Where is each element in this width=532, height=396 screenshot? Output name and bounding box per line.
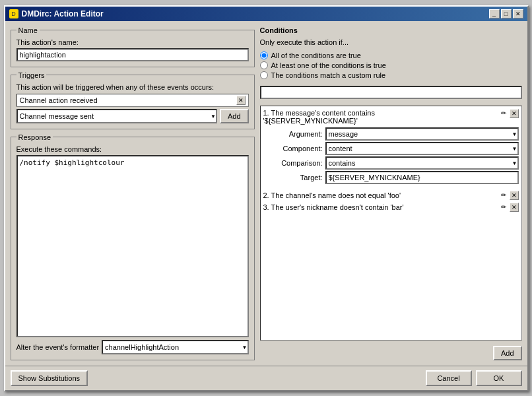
condition-detail-comparison: Comparison: contains ▼ [263, 156, 519, 170]
edit-condition-3-button[interactable]: ✏ [499, 203, 508, 212]
condition-detail-target: Target: [263, 171, 519, 184]
maximize-button[interactable]: □ [501, 9, 512, 18]
response-section: Response Execute these commands: /notify… [11, 133, 255, 360]
radio-row-3: The conditions match a custom rule [260, 71, 522, 79]
edit-condition-1-button[interactable]: ✏ [499, 109, 508, 118]
formatter-label: Alter the event's formatter [17, 343, 100, 351]
radio-atleast-condition[interactable] [260, 61, 268, 69]
conditions-label: Conditions [260, 26, 522, 34]
triggers-legend: Triggers [17, 71, 47, 79]
argument-select-wrapper: message ▼ [325, 127, 519, 141]
radio-row-2: At least one of the conditions is true [260, 61, 522, 69]
name-section: Name This action's name: [11, 26, 255, 67]
conditions-add-row: Add [260, 346, 522, 360]
ok-button[interactable]: OK [476, 370, 522, 386]
condition-header-1: 1. The message's content contains'${SERV… [263, 109, 519, 125]
app-icon: D [9, 9, 18, 18]
condition-number-1: 1. [263, 109, 269, 117]
radio-custom-label: The conditions match a custom rule [271, 71, 386, 79]
add-condition-button[interactable]: Add [493, 346, 522, 360]
window-title: DMDirc: Action Editor [22, 9, 104, 18]
condition-item-2: 2. The channel's name does not equal 'fo… [263, 189, 519, 201]
footer: Show Substitutions Cancel OK [5, 366, 527, 390]
condition-text-1: 1. The message's content contains'${SERV… [263, 109, 499, 125]
component-label: Component: [270, 145, 323, 152]
condition-text-3: 3. The user's nickname doesn't contain '… [263, 203, 499, 211]
condition-text-2: 2. The channel's name does not equal 'fo… [263, 191, 499, 199]
formatter-row: Alter the event's formatter channelHighl… [17, 340, 249, 354]
conditions-list: 1. The message's content contains'${SERV… [260, 106, 522, 341]
remove-trigger-button[interactable]: ✕ [236, 96, 246, 105]
comparison-label: Comparison: [270, 159, 323, 167]
delete-condition-1-button[interactable]: ✕ [510, 109, 519, 118]
main-window: D DMDirc: Action Editor _ □ ✕ Name This … [4, 5, 529, 391]
radio-all-conditions[interactable] [260, 51, 268, 59]
radio-custom-condition[interactable] [260, 71, 268, 79]
edit-condition-2-button[interactable]: ✏ [499, 191, 508, 200]
action-name-input[interactable] [17, 48, 249, 61]
triggers-section: Triggers This action will be triggered w… [11, 71, 255, 129]
trigger-item-text: Channel action received [20, 96, 98, 104]
condition-actions-3: ✏ ✕ [499, 203, 519, 212]
condition-actions-1: ✏ ✕ [499, 109, 519, 118]
radio-atleast-label: At least one of the conditions is true [271, 61, 386, 69]
trigger-select-wrapper: Channel message sent ▼ [17, 109, 217, 123]
execute-label: Execute these commands: [17, 145, 249, 153]
condition-detail-component: Component: content ▼ [263, 142, 519, 155]
condition-number-2: 2. [263, 191, 269, 199]
formatter-select-wrapper: channelHighlightAction ▼ [102, 340, 248, 354]
titlebar-buttons: _ □ ✕ [489, 9, 523, 18]
add-trigger-button[interactable]: Add [220, 109, 249, 123]
cancel-button[interactable]: Cancel [426, 370, 472, 386]
name-legend: Name [17, 26, 40, 34]
left-panel: Name This action's name: Triggers This a… [11, 26, 255, 360]
trigger-description: This action will be triggered when any o… [17, 83, 249, 91]
condition-item-3: 3. The user's nickname doesn't contain '… [263, 201, 519, 213]
radio-all-label: All of the conditions are true [271, 51, 361, 59]
radio-group: All of the conditions are true At least … [260, 51, 522, 79]
minimize-button[interactable]: _ [489, 9, 500, 18]
radio-row-1: All of the conditions are true [260, 51, 522, 59]
custom-rule-input[interactable] [260, 86, 522, 99]
condition-detail-argument: Argument: message ▼ [263, 127, 519, 141]
titlebar-left: D DMDirc: Action Editor [9, 9, 104, 18]
argument-select[interactable]: message [325, 127, 519, 141]
content-area: Name This action's name: Triggers This a… [5, 21, 527, 366]
comparison-select[interactable]: contains [325, 156, 519, 170]
condition-item-1: 1. The message's content contains'${SERV… [263, 109, 519, 184]
trigger-select[interactable]: Channel message sent [17, 109, 217, 123]
delete-condition-3-button[interactable]: ✕ [510, 203, 519, 212]
footer-buttons: Cancel OK [426, 370, 522, 386]
argument-label: Argument: [270, 130, 323, 138]
formatter-select[interactable]: channelHighlightAction [102, 340, 248, 354]
condition-number-3: 3. [263, 203, 269, 211]
close-button[interactable]: ✕ [513, 9, 523, 18]
only-execute-label: Only execute this action if... [260, 38, 522, 46]
component-select[interactable]: content [325, 142, 519, 155]
condition-actions-2: ✏ ✕ [499, 191, 519, 200]
commands-textarea[interactable]: /notify $highlightcolour [17, 155, 249, 337]
trigger-item: Channel action received ✕ [17, 94, 249, 107]
right-panel: Conditions Only execute this action if..… [260, 26, 522, 360]
target-input[interactable] [325, 171, 519, 184]
delete-condition-2-button[interactable]: ✕ [510, 191, 519, 200]
add-trigger-row: Channel message sent ▼ Add [17, 109, 249, 123]
titlebar: D DMDirc: Action Editor _ □ ✕ [5, 7, 527, 21]
target-label: Target: [270, 174, 323, 182]
show-substitutions-button[interactable]: Show Substitutions [11, 370, 88, 386]
response-legend: Response [17, 133, 53, 141]
component-select-wrapper: content ▼ [325, 142, 519, 155]
comparison-select-wrapper: contains ▼ [325, 156, 519, 170]
action-name-label: This action's name: [17, 38, 249, 46]
